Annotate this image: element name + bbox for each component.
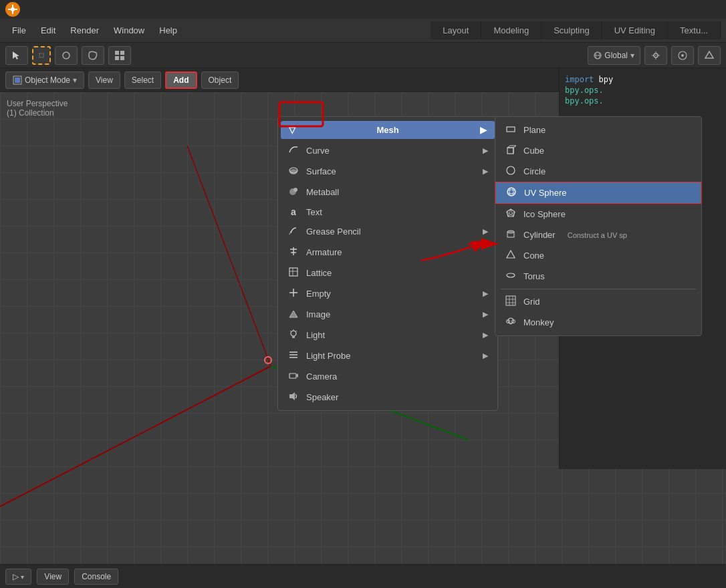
menu-render[interactable]: Render — [64, 23, 106, 38]
select-all-btn[interactable] — [108, 46, 131, 65]
code-line-1: import bpy — [565, 75, 721, 84]
import-module: bpy — [599, 75, 614, 84]
lattice-icon — [287, 267, 299, 279]
svg-marker-77 — [507, 251, 515, 258]
menu-item-surface[interactable]: Surface ▶ — [278, 161, 497, 182]
select-box-btn[interactable] — [32, 46, 51, 65]
bottom-bar: ▷ ▾ View Console — [0, 564, 726, 588]
menu-item-armature[interactable]: Armature — [278, 242, 497, 263]
monkey-label: Monkey — [523, 317, 554, 327]
toolbar-row: Global ▾ — [0, 43, 726, 68]
menu-edit[interactable]: Edit — [34, 23, 62, 38]
add-btn[interactable]: Add — [165, 71, 197, 89]
ico-sphere-label: Ico Sphere — [523, 209, 566, 219]
svg-point-23 — [681, 54, 684, 57]
submenu-uv-sphere[interactable]: UV Sphere — [495, 182, 701, 204]
menu-item-speaker[interactable]: Speaker — [278, 387, 497, 408]
armature-icon — [287, 246, 299, 259]
cursor-tool-btn[interactable] — [5, 46, 28, 65]
menu-item-curve[interactable]: Curve ▶ — [278, 140, 497, 161]
mode-dropdown[interactable]: Object Mode ▾ — [5, 71, 84, 89]
console-btn[interactable]: Console — [74, 569, 118, 585]
svg-rect-5 — [14, 9, 17, 10]
menu-item-camera[interactable]: Camera — [278, 366, 497, 387]
surface-label: Surface — [306, 166, 336, 176]
view-btn[interactable]: View — [88, 71, 120, 89]
tab-texturing[interactable]: Textu... — [668, 21, 721, 39]
select-circle-btn[interactable] — [55, 46, 78, 65]
menu-item-light[interactable]: Light ▶ — [278, 325, 497, 345]
menu-item-lattice[interactable]: Lattice — [278, 263, 497, 283]
menu-file[interactable]: File — [5, 23, 33, 38]
submenu-cube[interactable]: Cube — [495, 140, 701, 161]
svg-rect-3 — [12, 11, 13, 14]
submenu-monkey[interactable]: Monkey — [495, 312, 701, 333]
plane-label: Plane — [523, 125, 546, 135]
svg-point-38 — [289, 169, 297, 174]
svg-marker-50 — [289, 311, 297, 317]
transform-btn[interactable] — [644, 46, 667, 65]
menu-item-light-probe[interactable]: Light Probe ▶ — [278, 345, 497, 366]
submenu-grid[interactable]: Grid — [495, 291, 701, 312]
speaker-icon — [287, 391, 299, 404]
camera-label: Camera — [306, 372, 337, 382]
svg-rect-59 — [289, 374, 296, 378]
origin-dot — [264, 356, 272, 364]
uv-sphere-label: UV Sphere — [524, 188, 567, 198]
text-label: Text — [306, 207, 322, 217]
terminal-btn[interactable]: ▷ ▾ — [5, 569, 31, 585]
svg-point-66 — [507, 166, 515, 174]
submenu-torus[interactable]: Torus — [495, 266, 701, 287]
submenu-ico-sphere[interactable]: Ico Sphere — [495, 204, 701, 225]
global-label: Global — [604, 51, 628, 60]
mode-label: Object Mode — [25, 76, 70, 85]
snap-btn[interactable] — [698, 46, 721, 65]
submenu-cylinder[interactable]: Cylinder Construct a UV sp — [495, 225, 701, 245]
light-probe-icon — [287, 349, 299, 362]
light-label: Light — [306, 330, 325, 340]
menu-item-metaball[interactable]: Metaball — [278, 182, 497, 202]
svg-rect-52 — [292, 336, 295, 338]
view-bottom-btn[interactable]: View — [37, 569, 69, 585]
mesh-submenu: Plane Cube Circle UV Sphere Ico Sphere C… — [495, 116, 702, 336]
svg-marker-64 — [507, 146, 516, 148]
collection-label: (1) Collection — [7, 108, 68, 118]
svg-point-79 — [509, 275, 513, 276]
submenu-cone[interactable]: Cone — [495, 245, 701, 266]
grease-pencil-label: Grease Pencil — [306, 227, 361, 237]
proportional-edit-btn[interactable] — [671, 46, 694, 65]
svg-point-67 — [507, 188, 515, 196]
svg-rect-12 — [120, 56, 124, 60]
tab-modeling[interactable]: Modeling — [481, 21, 541, 39]
grid-icon — [505, 295, 517, 308]
mesh-menu-header[interactable]: ▽ Mesh ▶ — [281, 121, 495, 139]
menu-item-grease-pencil[interactable]: Grease Pencil ▶ — [278, 221, 497, 242]
menu-window[interactable]: Window — [107, 23, 151, 38]
uv-sphere-icon — [505, 186, 517, 199]
submenu-circle[interactable]: Circle — [495, 161, 701, 182]
menu-help[interactable]: Help — [152, 23, 184, 38]
svg-rect-10 — [120, 51, 124, 55]
tab-layout[interactable]: Layout — [431, 21, 481, 39]
cylinder-label: Cylinder — [523, 230, 556, 240]
workspace-tabs: Layout Modeling Sculpting UV Editing Tex… — [431, 21, 721, 39]
grid-label: Grid — [523, 297, 540, 307]
tab-sculpting[interactable]: Sculpting — [541, 21, 602, 39]
select-btn[interactable]: Select — [124, 71, 161, 89]
submenu-plane[interactable]: Plane — [495, 120, 701, 140]
tab-uv-editing[interactable]: UV Editing — [602, 21, 668, 39]
perspective-label: User Perspective — [7, 99, 68, 108]
empty-icon — [287, 287, 299, 300]
curve-label: Curve — [306, 146, 330, 156]
object-btn[interactable]: Object — [201, 71, 239, 89]
grease-pencil-arrow: ▶ — [483, 227, 488, 236]
select-lasso-btn[interactable] — [82, 46, 104, 65]
menu-item-text[interactable]: a Text — [278, 202, 497, 221]
menu-item-empty[interactable]: Empty ▶ — [278, 283, 497, 304]
image-arrow: ▶ — [483, 310, 488, 319]
menu-item-image[interactable]: Image ▶ — [278, 304, 497, 325]
text-icon: a — [287, 206, 299, 217]
menu-bar: File Edit Render Window Help Layout Mode… — [0, 19, 726, 43]
cylinder-icon — [505, 229, 517, 241]
global-dropdown[interactable]: Global ▾ — [588, 46, 640, 65]
